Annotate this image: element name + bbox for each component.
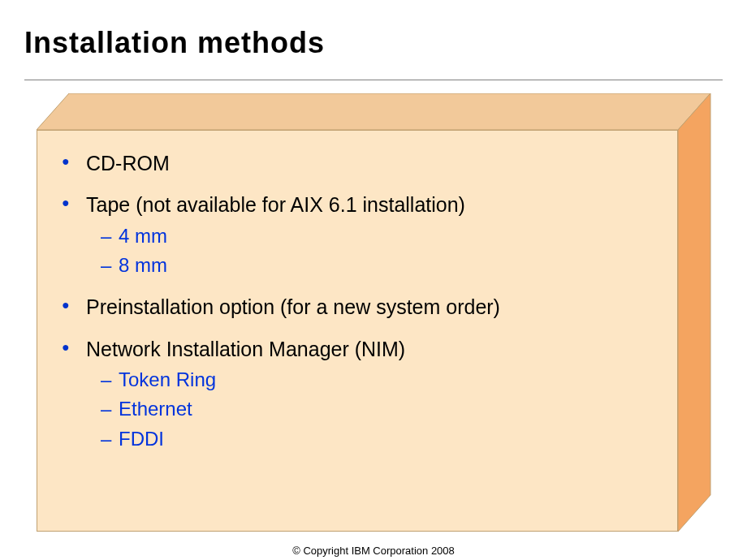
sub-list-item: Token Ring [101, 367, 653, 393]
content-box: CD-ROM Tape (not available for AIX 6.1 i… [37, 93, 710, 532]
box-side-face [678, 93, 711, 532]
list-item: Preinstallation option (for a new system… [62, 295, 653, 320]
bullet-list: CD-ROM Tape (not available for AIX 6.1 i… [62, 151, 653, 452]
list-item: CD-ROM [62, 151, 653, 176]
list-item: Tape (not available for AIX 6.1 installa… [62, 192, 653, 278]
svg-marker-1 [678, 93, 710, 532]
sub-list-item: 8 mm [101, 252, 653, 278]
list-item-label: Preinstallation option (for a new system… [86, 295, 500, 318]
list-item-label: Network Installation Manager (NIM) [86, 338, 405, 360]
svg-marker-0 [37, 93, 710, 130]
sub-list-item: Ethernet [101, 396, 653, 422]
content-area: CD-ROM Tape (not available for AIX 6.1 i… [62, 151, 653, 468]
sub-list: Token Ring Ethernet FDDI [101, 367, 653, 452]
list-item-label: CD-ROM [86, 152, 170, 174]
list-item: Network Installation Manager (NIM) Token… [62, 337, 653, 452]
copyright-notice: © Copyright IBM Corporation 2008 [0, 545, 747, 557]
box-top-face [37, 93, 710, 131]
title-divider [24, 80, 723, 80]
sub-list: 4 mm 8 mm [101, 223, 653, 279]
box-front-face: CD-ROM Tape (not available for AIX 6.1 i… [37, 130, 678, 532]
sub-list-item: 4 mm [101, 223, 653, 249]
slide: Installation methods CD-ROM Tape (not av… [0, 0, 747, 560]
list-item-label: Tape (not available for AIX 6.1 installa… [86, 193, 465, 216]
sub-list-item: FDDI [101, 426, 653, 452]
page-title: Installation methods [24, 26, 325, 60]
